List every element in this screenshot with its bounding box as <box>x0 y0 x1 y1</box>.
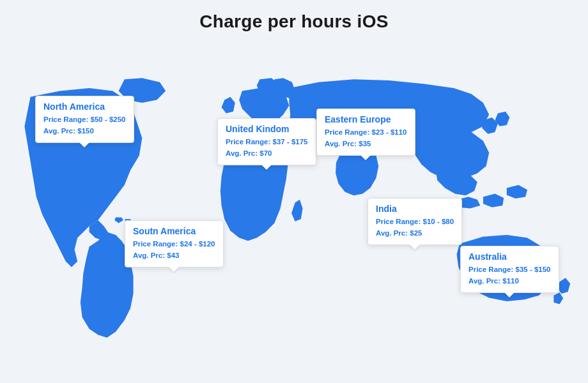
price-value-uk: $37 - $175 <box>273 138 308 146</box>
avg-value-eastern-europe: $35 <box>359 140 371 147</box>
region-name-north-america: North America <box>43 101 126 112</box>
avg-value-south-america: $43 <box>167 252 179 259</box>
card-north-america: North America Price Range: $50 - $250 Av… <box>35 96 134 143</box>
price-range-india: Price Range: $10 - $80 <box>376 216 454 227</box>
price-value-eastern-europe: $23 - $110 <box>372 128 407 136</box>
price-value-india: $10 - $80 <box>423 218 454 225</box>
avg-value-uk: $70 <box>259 149 272 157</box>
price-range-uk: Price Range: $37 - $175 <box>226 136 308 147</box>
price-range-south-america: Price Range: $24 - $120 <box>133 238 215 250</box>
avg-value-india: $25 <box>410 229 422 237</box>
region-name-australia: Australia <box>468 252 551 262</box>
avg-price-eastern-europe: Avg. Prc: $35 <box>325 138 407 149</box>
region-name-india: India <box>376 204 454 214</box>
card-eastern-europe: Eastern Europe Price Range: $23 - $110 A… <box>316 109 415 156</box>
price-value-south-america: $24 - $120 <box>180 240 215 248</box>
price-range-australia: Price Range: $35 - $150 <box>468 264 551 275</box>
price-range-north-america: Price Range: $50 - $250 <box>43 114 126 125</box>
card-india: India Price Range: $10 - $80 Avg. Prc: $… <box>368 198 462 245</box>
avg-price-south-america: Avg. Prc: $43 <box>133 250 215 261</box>
avg-value-north-america: $150 <box>77 127 94 135</box>
map-container: North America Price Range: $50 - $250 Av… <box>0 35 588 380</box>
avg-value-australia: $110 <box>502 277 519 285</box>
price-range-eastern-europe: Price Range: $23 - $110 <box>325 126 407 138</box>
price-value-north-america: $50 - $250 <box>91 116 126 123</box>
card-australia: Australia Price Range: $35 - $150 Avg. P… <box>460 246 559 293</box>
region-name-eastern-europe: Eastern Europe <box>325 114 407 124</box>
avg-price-australia: Avg. Prc: $110 <box>468 275 551 287</box>
avg-price-india: Avg. Prc: $25 <box>376 227 454 239</box>
card-south-america: Soutn America Price Range: $24 - $120 Av… <box>125 220 224 267</box>
region-name-south-america: Soutn America <box>133 226 215 236</box>
avg-price-uk: Avg. Prc: $70 <box>226 147 308 159</box>
card-united-kingdom: United Kindom Price Range: $37 - $175 Av… <box>217 118 316 165</box>
page-title: Charge per hours iOS <box>0 0 588 32</box>
region-name-uk: United Kindom <box>226 124 308 134</box>
price-value-australia: $35 - $150 <box>516 266 551 273</box>
avg-price-north-america: Avg. Prc: $150 <box>43 125 126 137</box>
